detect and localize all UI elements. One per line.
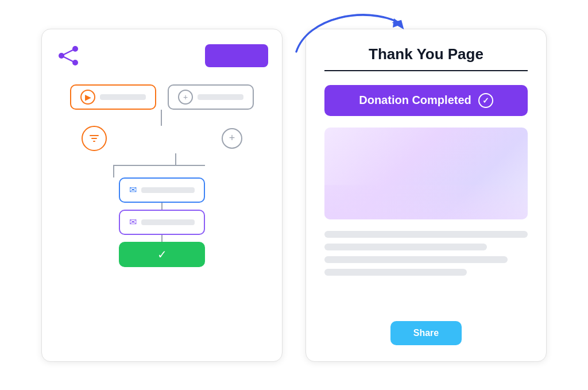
- email2-bar: [141, 219, 195, 225]
- add-bar: [198, 94, 243, 100]
- mail-icon-1: ✉: [129, 184, 137, 195]
- trigger-node[interactable]: ▶: [70, 84, 156, 110]
- text-line-4: [324, 269, 467, 276]
- workflow-nodes: ▶ + +: [56, 84, 268, 347]
- play-icon: ▶: [80, 90, 95, 105]
- thankyou-panel: Thank You Page Donation Completed ✓ Shar…: [305, 29, 547, 362]
- share-button[interactable]: Share: [390, 321, 462, 345]
- page-title: Thank You Page: [324, 45, 528, 71]
- email1-bar: [141, 187, 195, 193]
- success-node: ✓: [119, 242, 205, 267]
- text-lines: [324, 231, 528, 276]
- workflow-panel: ▶ + +: [41, 29, 283, 362]
- svg-line-4: [61, 49, 75, 56]
- email-connector: [161, 203, 163, 210]
- spacer: [218, 110, 219, 126]
- donation-label: Donation Completed: [359, 94, 471, 107]
- branch-line-left: [113, 166, 114, 177]
- add-node[interactable]: +: [168, 84, 254, 110]
- svg-line-5: [61, 56, 75, 63]
- donation-check-icon: ✓: [478, 93, 493, 108]
- trigger-bar: [100, 94, 146, 100]
- filter-connector: [175, 153, 176, 165]
- add-branch-button[interactable]: +: [222, 128, 242, 149]
- connector-left: [161, 110, 162, 126]
- email2-node[interactable]: ✉: [119, 210, 205, 235]
- main-container: ▶ + +: [18, 29, 570, 362]
- top-nodes-row: ▶ +: [70, 84, 254, 110]
- mail-icon-2: ✉: [129, 217, 137, 227]
- image-placeholder: [324, 128, 528, 219]
- donation-badge: Donation Completed ✓: [324, 85, 528, 116]
- purple-action-button[interactable]: [205, 44, 268, 67]
- workflow-header: [56, 43, 268, 68]
- plus-icon: +: [178, 90, 193, 105]
- filter-icon: [82, 126, 107, 151]
- text-line-2: [324, 244, 487, 250]
- text-line-3: [324, 256, 508, 263]
- filter-row: +: [82, 126, 242, 151]
- email2-connector: [161, 235, 163, 242]
- success-check-icon: ✓: [157, 248, 167, 261]
- text-line-1: [324, 231, 528, 238]
- email-nodes: ✉ ✉ ✓: [119, 177, 205, 267]
- email1-node[interactable]: ✉: [119, 177, 205, 203]
- svg-marker-0: [392, 16, 408, 29]
- logo-icon: [56, 43, 81, 68]
